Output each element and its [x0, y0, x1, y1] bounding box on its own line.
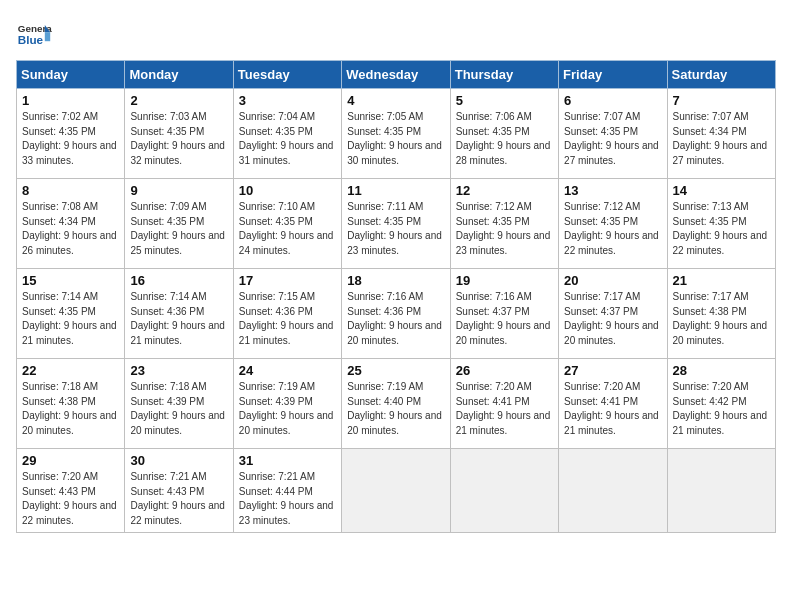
- calendar-cell: [667, 449, 775, 533]
- day-number: 16: [130, 273, 227, 288]
- calendar-cell: 2Sunrise: 7:03 AMSunset: 4:35 PMDaylight…: [125, 89, 233, 179]
- day-number: 20: [564, 273, 661, 288]
- calendar-cell: 19Sunrise: 7:16 AMSunset: 4:37 PMDayligh…: [450, 269, 558, 359]
- day-number: 8: [22, 183, 119, 198]
- day-info: Sunrise: 7:21 AMSunset: 4:44 PMDaylight:…: [239, 470, 336, 528]
- day-info: Sunrise: 7:12 AMSunset: 4:35 PMDaylight:…: [456, 200, 553, 258]
- calendar-cell: 15Sunrise: 7:14 AMSunset: 4:35 PMDayligh…: [17, 269, 125, 359]
- logo-icon: General Blue: [16, 16, 52, 52]
- calendar-cell: 20Sunrise: 7:17 AMSunset: 4:37 PMDayligh…: [559, 269, 667, 359]
- day-info: Sunrise: 7:02 AMSunset: 4:35 PMDaylight:…: [22, 110, 119, 168]
- day-info: Sunrise: 7:16 AMSunset: 4:36 PMDaylight:…: [347, 290, 444, 348]
- day-info: Sunrise: 7:03 AMSunset: 4:35 PMDaylight:…: [130, 110, 227, 168]
- day-number: 2: [130, 93, 227, 108]
- calendar-cell: 27Sunrise: 7:20 AMSunset: 4:41 PMDayligh…: [559, 359, 667, 449]
- calendar-cell: 5Sunrise: 7:06 AMSunset: 4:35 PMDaylight…: [450, 89, 558, 179]
- day-info: Sunrise: 7:07 AMSunset: 4:34 PMDaylight:…: [673, 110, 770, 168]
- calendar-cell: 25Sunrise: 7:19 AMSunset: 4:40 PMDayligh…: [342, 359, 450, 449]
- day-number: 26: [456, 363, 553, 378]
- calendar-cell: 9Sunrise: 7:09 AMSunset: 4:35 PMDaylight…: [125, 179, 233, 269]
- day-info: Sunrise: 7:19 AMSunset: 4:39 PMDaylight:…: [239, 380, 336, 438]
- day-info: Sunrise: 7:18 AMSunset: 4:39 PMDaylight:…: [130, 380, 227, 438]
- day-number: 30: [130, 453, 227, 468]
- day-number: 14: [673, 183, 770, 198]
- day-number: 28: [673, 363, 770, 378]
- day-number: 24: [239, 363, 336, 378]
- day-number: 10: [239, 183, 336, 198]
- day-number: 7: [673, 93, 770, 108]
- day-info: Sunrise: 7:08 AMSunset: 4:34 PMDaylight:…: [22, 200, 119, 258]
- calendar: SundayMondayTuesdayWednesdayThursdayFrid…: [16, 60, 776, 533]
- day-info: Sunrise: 7:07 AMSunset: 4:35 PMDaylight:…: [564, 110, 661, 168]
- day-info: Sunrise: 7:18 AMSunset: 4:38 PMDaylight:…: [22, 380, 119, 438]
- day-number: 5: [456, 93, 553, 108]
- day-number: 9: [130, 183, 227, 198]
- calendar-cell: 26Sunrise: 7:20 AMSunset: 4:41 PMDayligh…: [450, 359, 558, 449]
- day-info: Sunrise: 7:17 AMSunset: 4:37 PMDaylight:…: [564, 290, 661, 348]
- calendar-cell: 7Sunrise: 7:07 AMSunset: 4:34 PMDaylight…: [667, 89, 775, 179]
- day-info: Sunrise: 7:06 AMSunset: 4:35 PMDaylight:…: [456, 110, 553, 168]
- day-number: 29: [22, 453, 119, 468]
- day-info: Sunrise: 7:15 AMSunset: 4:36 PMDaylight:…: [239, 290, 336, 348]
- column-header-thursday: Thursday: [450, 61, 558, 89]
- day-info: Sunrise: 7:14 AMSunset: 4:35 PMDaylight:…: [22, 290, 119, 348]
- svg-text:Blue: Blue: [18, 33, 44, 46]
- day-info: Sunrise: 7:14 AMSunset: 4:36 PMDaylight:…: [130, 290, 227, 348]
- day-number: 11: [347, 183, 444, 198]
- calendar-cell: 11Sunrise: 7:11 AMSunset: 4:35 PMDayligh…: [342, 179, 450, 269]
- calendar-cell: 16Sunrise: 7:14 AMSunset: 4:36 PMDayligh…: [125, 269, 233, 359]
- day-number: 12: [456, 183, 553, 198]
- calendar-cell: 24Sunrise: 7:19 AMSunset: 4:39 PMDayligh…: [233, 359, 341, 449]
- calendar-cell: 8Sunrise: 7:08 AMSunset: 4:34 PMDaylight…: [17, 179, 125, 269]
- calendar-cell: 21Sunrise: 7:17 AMSunset: 4:38 PMDayligh…: [667, 269, 775, 359]
- calendar-cell: 14Sunrise: 7:13 AMSunset: 4:35 PMDayligh…: [667, 179, 775, 269]
- day-info: Sunrise: 7:20 AMSunset: 4:42 PMDaylight:…: [673, 380, 770, 438]
- calendar-cell: 13Sunrise: 7:12 AMSunset: 4:35 PMDayligh…: [559, 179, 667, 269]
- calendar-cell: [559, 449, 667, 533]
- day-info: Sunrise: 7:20 AMSunset: 4:43 PMDaylight:…: [22, 470, 119, 528]
- calendar-cell: 6Sunrise: 7:07 AMSunset: 4:35 PMDaylight…: [559, 89, 667, 179]
- day-number: 13: [564, 183, 661, 198]
- day-info: Sunrise: 7:17 AMSunset: 4:38 PMDaylight:…: [673, 290, 770, 348]
- day-number: 21: [673, 273, 770, 288]
- svg-marker-4: [45, 32, 50, 41]
- day-info: Sunrise: 7:20 AMSunset: 4:41 PMDaylight:…: [564, 380, 661, 438]
- day-info: Sunrise: 7:13 AMSunset: 4:35 PMDaylight:…: [673, 200, 770, 258]
- calendar-cell: 29Sunrise: 7:20 AMSunset: 4:43 PMDayligh…: [17, 449, 125, 533]
- day-number: 27: [564, 363, 661, 378]
- calendar-cell: 12Sunrise: 7:12 AMSunset: 4:35 PMDayligh…: [450, 179, 558, 269]
- day-number: 4: [347, 93, 444, 108]
- day-number: 18: [347, 273, 444, 288]
- column-header-friday: Friday: [559, 61, 667, 89]
- day-info: Sunrise: 7:04 AMSunset: 4:35 PMDaylight:…: [239, 110, 336, 168]
- day-number: 6: [564, 93, 661, 108]
- calendar-cell: 4Sunrise: 7:05 AMSunset: 4:35 PMDaylight…: [342, 89, 450, 179]
- calendar-cell: 1Sunrise: 7:02 AMSunset: 4:35 PMDaylight…: [17, 89, 125, 179]
- day-info: Sunrise: 7:12 AMSunset: 4:35 PMDaylight:…: [564, 200, 661, 258]
- day-number: 17: [239, 273, 336, 288]
- calendar-cell: 23Sunrise: 7:18 AMSunset: 4:39 PMDayligh…: [125, 359, 233, 449]
- day-info: Sunrise: 7:21 AMSunset: 4:43 PMDaylight:…: [130, 470, 227, 528]
- day-number: 3: [239, 93, 336, 108]
- calendar-cell: 17Sunrise: 7:15 AMSunset: 4:36 PMDayligh…: [233, 269, 341, 359]
- day-number: 19: [456, 273, 553, 288]
- calendar-cell: 31Sunrise: 7:21 AMSunset: 4:44 PMDayligh…: [233, 449, 341, 533]
- day-info: Sunrise: 7:19 AMSunset: 4:40 PMDaylight:…: [347, 380, 444, 438]
- day-number: 31: [239, 453, 336, 468]
- column-header-wednesday: Wednesday: [342, 61, 450, 89]
- day-info: Sunrise: 7:16 AMSunset: 4:37 PMDaylight:…: [456, 290, 553, 348]
- calendar-cell: 18Sunrise: 7:16 AMSunset: 4:36 PMDayligh…: [342, 269, 450, 359]
- calendar-cell: 30Sunrise: 7:21 AMSunset: 4:43 PMDayligh…: [125, 449, 233, 533]
- calendar-cell: 10Sunrise: 7:10 AMSunset: 4:35 PMDayligh…: [233, 179, 341, 269]
- calendar-cell: [450, 449, 558, 533]
- calendar-cell: 22Sunrise: 7:18 AMSunset: 4:38 PMDayligh…: [17, 359, 125, 449]
- day-number: 25: [347, 363, 444, 378]
- column-header-saturday: Saturday: [667, 61, 775, 89]
- day-info: Sunrise: 7:20 AMSunset: 4:41 PMDaylight:…: [456, 380, 553, 438]
- logo: General Blue: [16, 16, 56, 52]
- day-number: 1: [22, 93, 119, 108]
- day-number: 15: [22, 273, 119, 288]
- column-header-monday: Monday: [125, 61, 233, 89]
- day-info: Sunrise: 7:11 AMSunset: 4:35 PMDaylight:…: [347, 200, 444, 258]
- day-number: 23: [130, 363, 227, 378]
